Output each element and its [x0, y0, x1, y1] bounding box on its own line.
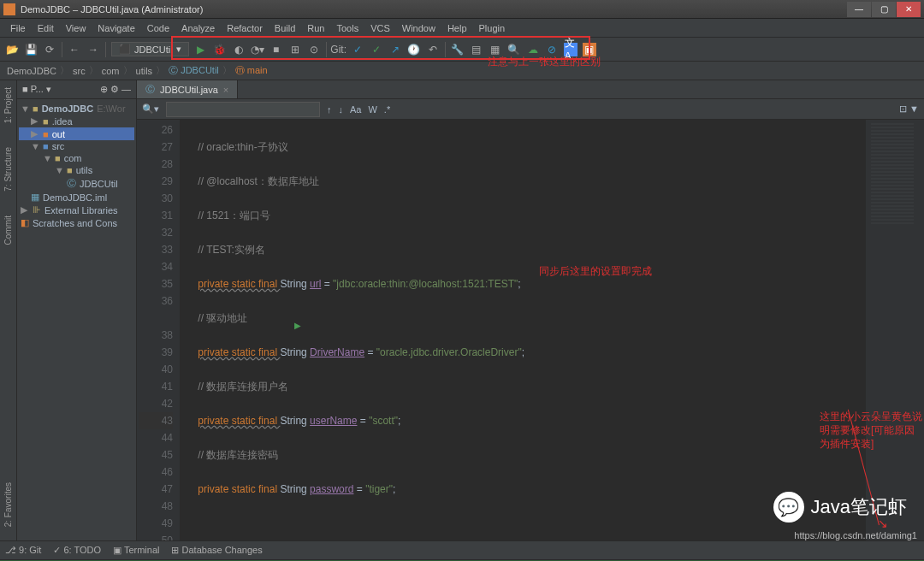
bc-class[interactable]: Ⓒ JDBCUtil — [169, 64, 219, 77]
bottom-db[interactable]: ⊞ Database Changes — [171, 545, 262, 556]
panel-icon[interactable]: ▤ — [470, 43, 483, 56]
find-search-icon[interactable]: 🔍▾ — [142, 103, 159, 115]
forward-icon[interactable]: → — [86, 43, 100, 56]
git-history-icon[interactable]: 🕐 — [407, 43, 421, 56]
next-match-icon[interactable]: ↓ — [339, 104, 344, 115]
tree-out[interactable]: ▶■ out — [19, 127, 134, 140]
tree-file[interactable]: Ⓒ JDBCUtil — [19, 176, 134, 191]
menubar: File Edit View Navigate Code Analyze Ref… — [0, 19, 924, 38]
git-commit-icon[interactable]: ✓ — [370, 43, 383, 56]
tree-utils[interactable]: ▼■ utils — [19, 164, 134, 176]
wrench-icon[interactable]: 🔧 — [451, 43, 465, 56]
menu-run[interactable]: Run — [302, 21, 329, 35]
wechat-icon: 💬 — [773, 492, 804, 523]
menu-edit[interactable]: Edit — [33, 21, 59, 35]
menu-file[interactable]: File — [5, 21, 31, 35]
tree-src[interactable]: ▼■ src — [19, 140, 134, 152]
debug-icon[interactable]: 🐞 — [213, 43, 227, 56]
panel-gear-icon[interactable]: ⊕ ⚙ — — [100, 84, 131, 95]
toolbar: 📂 💾 ⟳ ← → ⬛ JDBCUtil ▾ ▶ 🐞 ◐ ◔▾ ■ ⊞ ⊙ Gi… — [0, 38, 924, 62]
bc-project[interactable]: DemoJDBC — [7, 66, 56, 76]
editor-tabs: Ⓒ JDBCUtil.java × — [137, 80, 924, 99]
panel-header: ■ P... ▾ ⊕ ⚙ — — [17, 80, 136, 99]
bc-src[interactable]: src — [73, 66, 86, 76]
bottom-toolbar: ⎇ 9: Git ✓ 6: TODO ▣ Terminal ⊞ Database… — [0, 540, 924, 559]
menu-plugin[interactable]: Plugin — [474, 21, 511, 35]
find-input[interactable] — [166, 102, 320, 117]
sync-icon[interactable]: ⟳ — [43, 43, 56, 56]
menu-window[interactable]: Window — [397, 21, 441, 35]
tab-jdbcutil[interactable]: Ⓒ JDBCUtil.java × — [137, 80, 238, 98]
find-bar: 🔍▾ ↑ ↓ Aa W .* ⊡ ▼ — [137, 99, 924, 120]
annotation-top: 注意与上一张这里的区别 — [488, 55, 601, 69]
tree-iml[interactable]: ▦ DemoJDBC.iml — [19, 191, 134, 204]
gutter-favorites[interactable]: 2: Favorites — [3, 479, 13, 530]
minimap[interactable] — [866, 120, 917, 540]
error-stripe[interactable] — [917, 120, 924, 540]
whole-word[interactable]: W — [368, 104, 376, 115]
git-rollback-icon[interactable]: ↶ — [426, 43, 440, 56]
regex[interactable]: .* — [384, 104, 390, 115]
tree-root[interactable]: ▼■ DemoJDBC E:\Wor — [19, 103, 134, 115]
menu-navigate[interactable]: Navigate — [92, 21, 139, 35]
line-gutter: 2627282930313233343536383940414243444546… — [137, 120, 180, 540]
window-title: DemoJDBC – JDBCUtil.java (Administrator) — [21, 4, 847, 15]
tree-scratch[interactable]: ◧ Scratches and Cons — [19, 216, 134, 229]
prev-match-icon[interactable]: ↑ — [327, 104, 332, 115]
stop-icon[interactable]: ■ — [270, 43, 283, 56]
tab-close-icon[interactable]: × — [223, 85, 228, 95]
titlebar: DemoJDBC – JDBCUtil.java (Administrator)… — [0, 0, 924, 19]
code-content[interactable]: // oracle:thin-子协议 // @localhost：数据库地址 /… — [180, 120, 866, 540]
menu-code[interactable]: Code — [142, 21, 175, 35]
bottom-terminal[interactable]: ▣ Terminal — [113, 545, 159, 556]
wechat-watermark: 💬 Java笔记虾 — [773, 492, 907, 523]
bc-method[interactable]: ⓜ main — [235, 64, 268, 77]
run-config-selector[interactable]: ⬛ JDBCUtil ▾ — [111, 42, 189, 56]
profile-icon[interactable]: ◔▾ — [251, 43, 264, 56]
run-gutter-icon[interactable]: ▶ — [294, 321, 301, 330]
git-update-icon[interactable]: ✓ — [351, 43, 364, 56]
bc-utils[interactable]: utils — [136, 66, 153, 76]
bottom-todo[interactable]: ✓ 6: TODO — [53, 545, 101, 556]
tree-ext[interactable]: ▶⊪ External Libraries — [19, 204, 134, 216]
tree-idea[interactable]: ▶■ .idea — [19, 115, 134, 127]
git-label: Git: — [332, 43, 346, 56]
annotation-right: 这里的小云朵呈黄色说明需要修改[可能原因为插件安装] — [820, 410, 922, 451]
attach-icon[interactable]: ⊞ — [288, 43, 302, 56]
minimize-button[interactable]: — — [847, 2, 871, 17]
maximize-button[interactable]: ▢ — [872, 2, 896, 17]
annotation-middle: 同步后这里的设置即完成 — [539, 264, 652, 279]
breadcrumb: DemoJDBC〉 src〉 com〉 utils〉 Ⓒ JDBCUtil〉 ⓜ… — [0, 62, 924, 80]
project-panel: ■ P... ▾ ⊕ ⚙ — ▼■ DemoJDBC E:\Wor ▶■ .id… — [17, 80, 137, 540]
gutter-commit[interactable]: Commit — [3, 212, 13, 248]
open-icon[interactable]: 📂 — [5, 43, 19, 56]
menu-vcs[interactable]: VCS — [365, 21, 395, 35]
filter-icon[interactable]: ⊡ ▼ — [899, 103, 919, 115]
app-icon — [3, 3, 15, 15]
back-icon[interactable]: ← — [68, 43, 81, 56]
gutter-structure[interactable]: 7: Structure — [3, 144, 13, 195]
run-icon[interactable]: ▶ — [194, 43, 208, 56]
menu-build[interactable]: Build — [270, 21, 300, 35]
tree-com[interactable]: ▼■ com — [19, 152, 134, 164]
close-button[interactable]: ✕ — [897, 2, 921, 17]
bc-com[interactable]: com — [102, 66, 120, 76]
menu-view[interactable]: View — [61, 21, 92, 35]
menu-tools[interactable]: Tools — [331, 21, 364, 35]
menu-refactor[interactable]: Refactor — [222, 21, 268, 35]
git-push-icon[interactable]: ↗ — [388, 43, 402, 56]
left-tool-gutter: 1: Project 7: Structure Commit 2: Favori… — [0, 80, 17, 540]
gutter-project[interactable]: 1: Project — [3, 84, 13, 127]
coverage-icon[interactable]: ◐ — [232, 43, 246, 56]
bottom-git[interactable]: ⎇ 9: Git — [5, 545, 41, 556]
menu-analyze[interactable]: Analyze — [176, 21, 220, 35]
url-watermark: https://blog.csdn.net/daming1 — [794, 530, 917, 540]
menu-help[interactable]: Help — [442, 21, 472, 35]
save-icon[interactable]: 💾 — [24, 43, 38, 56]
search-icon[interactable]: ⊙ — [307, 43, 321, 56]
match-case[interactable]: Aa — [350, 104, 361, 115]
editor-area: Ⓒ JDBCUtil.java × 🔍▾ ↑ ↓ Aa W .* ⊡ ▼ 262… — [137, 80, 924, 540]
